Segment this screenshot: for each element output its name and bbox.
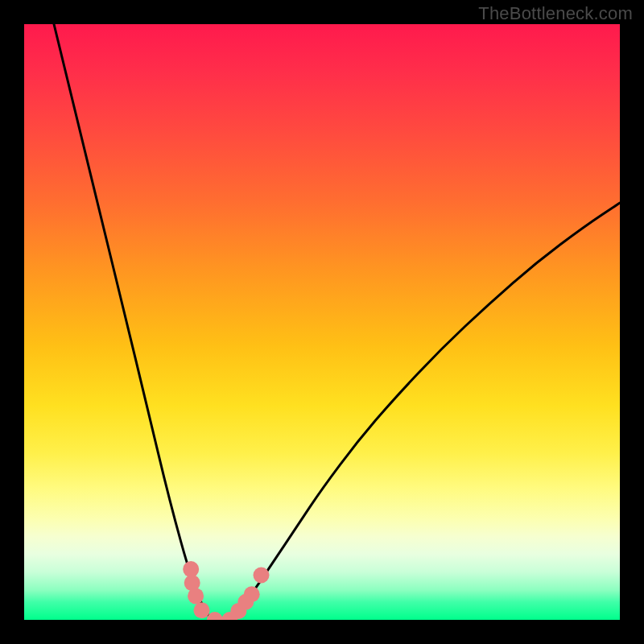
plot-area [24, 24, 620, 620]
chart-frame: TheBottleneck.com [0, 0, 644, 644]
watermark-text: TheBottleneck.com [478, 3, 633, 24]
heat-gradient-background [24, 24, 620, 620]
